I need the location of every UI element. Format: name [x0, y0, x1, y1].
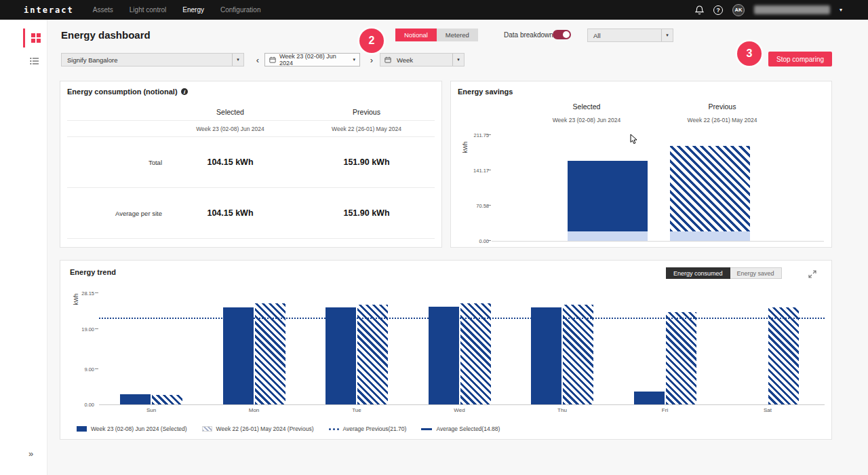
savings-ytick-label: 211.75	[474, 132, 489, 138]
savings-y-axis: 0.0070.58141.17211.75	[466, 136, 489, 242]
trend-bar-previous-sun[interactable]	[152, 395, 182, 404]
trend-view-segmented-control: Energy consumed Energy saved	[666, 267, 782, 279]
expand-icon[interactable]	[808, 269, 816, 281]
metered-tab[interactable]: Metered	[437, 28, 478, 41]
savings-bar-previous[interactable]	[670, 146, 750, 241]
user-name-redacted	[754, 5, 830, 14]
savings-selected-week: Week 23 (02-08) Jun 2024	[512, 117, 661, 124]
trend-day-label: Sun	[131, 407, 172, 413]
legend-label: Average Previous(21.70)	[343, 425, 407, 432]
average-previous-value: 151.90 kWh	[298, 208, 435, 218]
sidebar-item-reports[interactable]	[23, 52, 46, 71]
site-group-dropdown[interactable]: Signify Bangalore ▾	[61, 53, 244, 66]
trend-bar-selected-thu[interactable]	[531, 307, 561, 404]
savings-bar-selected[interactable]	[568, 161, 648, 241]
toggle-knob	[563, 31, 570, 38]
row-label: Average per site	[67, 210, 162, 217]
light-bar-segment	[568, 231, 648, 241]
trend-bar-selected-mon[interactable]	[223, 307, 254, 404]
mouse-cursor	[630, 134, 637, 147]
savings-previous-week: Week 22 (26-01) May 2024	[648, 117, 797, 124]
date-range-picker[interactable]: Week 23 (02-08) Jun 2024 ▾	[264, 53, 360, 66]
trend-day-label: Thu	[542, 407, 583, 413]
trend-chart	[99, 294, 825, 405]
top-nav-bar: interact Assets Light control Energy Con…	[0, 0, 868, 20]
trend-title-text: Energy trend	[70, 268, 116, 276]
nav-configuration[interactable]: Configuration	[220, 6, 260, 14]
trend-bar-previous-tue[interactable]	[357, 305, 388, 404]
trend-ytick-label: 19.00	[81, 326, 94, 332]
trend-card-title: Energy trend	[70, 268, 116, 276]
consumption-table: Selected Previous Week 23 (02-08) Jun 20…	[67, 103, 435, 239]
consumption-header-row: Selected Previous	[67, 103, 435, 121]
col-previous-label: Previous	[298, 108, 435, 116]
trend-bar-previous-fri[interactable]	[666, 312, 696, 404]
notional-tab[interactable]: Notional	[395, 28, 437, 41]
caret-down-icon: ▾	[232, 54, 243, 66]
legend-swatch-hatched	[202, 426, 212, 432]
energy-savings-card: Energy savings Selected Previous Week 23…	[450, 81, 832, 248]
trend-day-label: Mon	[234, 407, 275, 413]
next-period-button[interactable]: ›	[366, 53, 377, 66]
sidebar-expand-button[interactable]: »	[28, 449, 33, 459]
average-selected-value: 104.15 kWh	[162, 208, 298, 218]
trend-bar-previous-sat[interactable]	[768, 307, 799, 404]
savings-card-title: Energy savings	[458, 88, 513, 96]
notification-bell-icon[interactable]	[695, 5, 704, 15]
period-type-dropdown[interactable]: Week ▾	[380, 53, 465, 66]
energy-trend-card: Energy trend Energy consumed Energy save…	[60, 260, 832, 440]
legend-item: Average Previous(21.70)	[329, 425, 407, 432]
trend-ytick-label: 9.00	[84, 366, 94, 373]
site-group-value: Signify Bangalore	[62, 56, 232, 64]
legend-item: Week 22 (26-01) May 2024 (Previous)	[202, 425, 314, 432]
savings-tick-mark	[488, 240, 491, 241]
sidebar-item-dashboard[interactable]	[23, 28, 46, 48]
nav-assets[interactable]: Assets	[93, 6, 113, 14]
nav-light-control[interactable]: Light control	[130, 6, 166, 14]
list-icon	[30, 57, 39, 65]
trend-bar-previous-mon[interactable]	[255, 303, 285, 404]
help-icon[interactable]: ?	[713, 5, 723, 15]
data-breakdown-toggle[interactable]	[553, 30, 571, 39]
interact-logo: interact	[24, 5, 74, 15]
energy-saved-tab[interactable]: Energy saved	[730, 267, 782, 279]
breakdown-filter-value: All	[588, 32, 661, 39]
trend-day-label: Wed	[439, 407, 480, 413]
account-caret-icon[interactable]: ▾	[840, 7, 842, 13]
savings-ytick-label: 70.58	[476, 203, 489, 209]
main-content: Energy dashboard Notional Metered Data b…	[47, 20, 868, 475]
topbar-right: ? AK ▾	[695, 4, 842, 16]
savings-tick-mark	[488, 205, 491, 206]
trend-day-label: Tue	[336, 407, 377, 413]
legend-swatch-solid	[77, 426, 87, 432]
trend-tick-mark	[95, 328, 98, 329]
info-icon[interactable]: i	[181, 88, 188, 95]
main-nav: Assets Light control Energy Configuratio…	[93, 6, 261, 14]
consumption-title-text: Energy consumption (notional)	[67, 88, 178, 96]
data-breakdown-label: Data breakdown	[504, 31, 553, 39]
total-previous-value: 151.90 kWh	[298, 157, 435, 167]
previous-period-button[interactable]: ‹	[252, 53, 263, 66]
light-bar-segment	[670, 231, 750, 241]
dashboard-icon	[31, 33, 41, 43]
savings-tick-mark	[488, 134, 491, 135]
trend-bar-selected-sun[interactable]	[120, 394, 151, 404]
legend-label: Week 22 (26-01) May 2024 (Previous)	[216, 425, 314, 432]
avatar[interactable]: AK	[732, 4, 745, 16]
table-row: Average per site 104.15 kWh 151.90 kWh	[67, 188, 435, 239]
trend-bar-selected-tue[interactable]	[326, 307, 356, 404]
breakdown-filter-dropdown[interactable]: All ▾	[587, 28, 673, 42]
savings-col-selected: Selected	[519, 102, 654, 111]
hatched-bar-segment	[670, 146, 750, 231]
trend-bar-previous-thu[interactable]	[563, 305, 593, 404]
nav-energy[interactable]: Energy	[182, 6, 204, 14]
data-type-segmented-control: Notional Metered	[395, 28, 478, 41]
annotation-step-2: 2	[359, 28, 384, 53]
caret-down-icon: ▾	[661, 29, 673, 41]
stop-comparing-button[interactable]: Stop comparing	[768, 52, 832, 66]
trend-ytick-label: 28.15	[81, 290, 94, 297]
trend-bar-selected-fri[interactable]	[634, 392, 665, 404]
selected-week-label: Week 23 (02-08) Jun 2024	[162, 126, 298, 132]
trend-bar-selected-wed[interactable]	[429, 307, 459, 404]
energy-consumed-tab[interactable]: Energy consumed	[666, 267, 730, 279]
